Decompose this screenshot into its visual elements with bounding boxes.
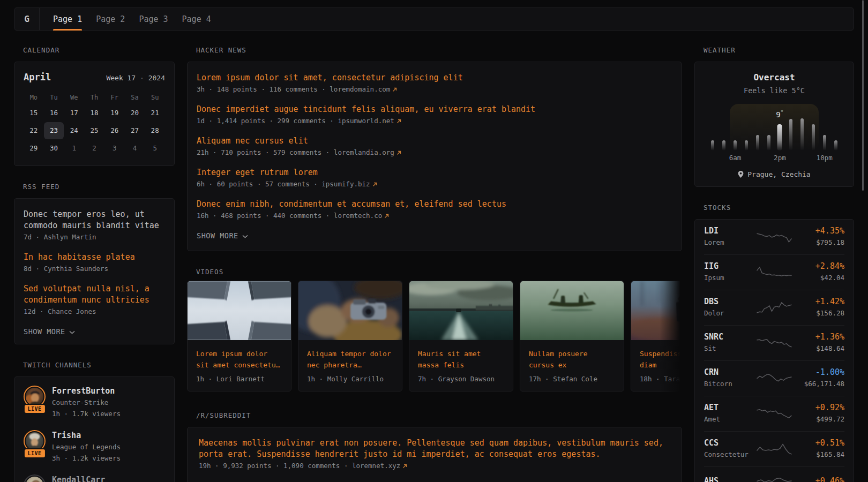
calendar-day[interactable]: 28 <box>145 122 165 139</box>
calendar-day[interactable]: 4 <box>125 139 145 157</box>
calendar-day[interactable]: 3 <box>104 139 125 157</box>
video-card-body: Nullam posuere cursus ex 17h · Stefan Co… <box>520 340 624 391</box>
twitch-channel-game: Counter-Strike <box>52 397 121 408</box>
external-link-icon[interactable] <box>396 148 401 156</box>
tab-label: 29 <box>24 140 44 157</box>
stock-row[interactable]: SNRC Sit +1.36% $148.64 <box>704 325 844 360</box>
calendar-day[interactable]: 19 <box>104 104 125 122</box>
stock-row[interactable]: LDI Lorem +4.35% $795.18 <box>704 220 844 254</box>
video-card-body: Mauris sit amet massa felis 7h · Grayson… <box>409 340 513 391</box>
app-logo[interactable]: G <box>14 8 40 30</box>
calendar-day[interactable]: 2 <box>84 139 104 157</box>
page-tab[interactable]: Page 3 <box>139 8 168 30</box>
twitch-channel-name[interactable]: KendallCarr <box>52 475 105 482</box>
stock-change: +2.84% <box>792 261 844 272</box>
twitch-channel-row[interactable]: LIVE ForrestBurton Counter-Strike 1h · 1… <box>24 386 165 419</box>
tab-label: 20 <box>125 104 145 122</box>
hacker-news-item-title[interactable]: Integer eget rutrum lorem <box>197 167 672 178</box>
video-title[interactable]: Nullam posuere cursus ex <box>529 348 615 371</box>
degree-symbol: ° <box>781 109 784 115</box>
twitch-channel-info: ForrestBurton Counter-Strike 1h · 1.7k v… <box>52 386 121 419</box>
twitch-channel-row[interactable]: LIVE Trisha League of Legends 3h · 1.2k … <box>24 430 165 464</box>
hacker-news-card: Lorem ipsum dolor sit amet, consectetur … <box>187 62 682 251</box>
calendar-day[interactable]: 25 <box>84 122 104 139</box>
calendar-day[interactable]: 17 <box>64 104 84 122</box>
external-link-icon[interactable] <box>384 212 389 220</box>
hacker-news-item: Donec imperdiet augue tincidunt felis al… <box>197 104 672 126</box>
calendar-week-label: Week 17 <box>106 74 136 82</box>
rss-show-more-button[interactable]: SHOW MORE <box>24 326 75 337</box>
twitch-channel-name[interactable]: Trisha <box>52 430 121 441</box>
calendar-day[interactable]: 26 <box>104 122 125 139</box>
external-link-icon[interactable] <box>396 117 401 125</box>
external-link-icon[interactable] <box>392 85 397 93</box>
tab-label: 1 <box>64 140 84 157</box>
video-thumbnail[interactable] <box>188 281 291 340</box>
dashboard-grid: CALENDAR April Week 17 · 2024 Mo Tu We <box>14 47 854 482</box>
page-tab[interactable]: Page 1 <box>53 8 82 30</box>
video-thumbnail[interactable] <box>298 281 402 340</box>
calendar-day[interactable]: 5 <box>145 139 165 157</box>
video-title[interactable]: Mauris sit amet massa felis <box>418 348 504 371</box>
rss-item-title[interactable]: In hac habitasse platea <box>24 252 165 263</box>
calendar-day[interactable]: 20 <box>125 104 145 122</box>
hacker-news-widget: HACKER NEWS Lorem ipsum dolor sit amet, … <box>187 47 682 251</box>
calendar-day[interactable]: 23 <box>44 122 64 139</box>
stock-price: $156.28 <box>792 307 844 319</box>
video-card-body: Suspendisse sagittis diam 18h · Tara Men… <box>631 340 682 391</box>
calendar-day[interactable]: 21 <box>145 104 165 122</box>
stock-row[interactable]: AHS +0.46% <box>704 466 844 482</box>
calendar-day[interactable]: 22 <box>24 122 44 139</box>
twitch-channel-name[interactable]: ForrestBurton <box>52 386 121 397</box>
rss-item-title[interactable]: Sed volutpat nulla nisl, a condimentum n… <box>24 283 165 306</box>
calendar-day[interactable]: 18 <box>84 104 104 122</box>
calendar-day[interactable]: 29 <box>24 139 44 157</box>
hacker-news-item-title[interactable]: Donec enim nibh, condimentum et accumsan… <box>197 199 672 210</box>
tab-label: 22 <box>24 122 44 139</box>
stock-change: +0.92% <box>792 402 844 413</box>
video-thumbnail[interactable] <box>631 281 682 340</box>
hacker-news-item-title[interactable]: Donec imperdiet augue tincidunt felis al… <box>197 104 672 115</box>
tab-label: 26 <box>104 122 125 139</box>
stock-row[interactable]: IIG Ipsum +2.84% $42.04 <box>704 254 844 290</box>
stock-row[interactable]: CCS Consectetur +0.51% $165.84 <box>704 431 844 466</box>
separator-dot: · <box>140 74 144 82</box>
tab-label: 16 <box>44 104 64 122</box>
calendar-day[interactable]: 15 <box>24 104 44 122</box>
calendar-day[interactable]: 24 <box>64 122 84 139</box>
external-link-icon[interactable] <box>402 462 407 470</box>
calendar-day[interactable]: 30 <box>44 139 64 157</box>
stock-identity: AHS <box>704 476 756 482</box>
stock-row[interactable]: DBS Dolor +1.42% $156.28 <box>704 290 844 325</box>
subreddit-post-title[interactable]: Maecenas mollis pulvinar erat non posuer… <box>199 438 670 460</box>
stock-price: $148.64 <box>792 343 844 354</box>
hacker-news-show-more-button[interactable]: SHOW MORE <box>197 230 248 242</box>
tab-label: 24 <box>64 122 84 139</box>
hacker-news-item-title[interactable]: Lorem ipsum dolor sit amet, consectetur … <box>197 72 672 84</box>
video-thumbnail[interactable] <box>409 281 513 340</box>
hacker-news-item-title[interactable]: Aliquam nec cursus elit <box>197 135 672 147</box>
video-title[interactable]: Aliquam tempor dolor nec pharetra… <box>307 348 393 371</box>
page-tab[interactable]: Page 4 <box>182 8 211 30</box>
weather-axis-labels: 6am2pm10pm <box>707 153 841 163</box>
page-scrollbar-thumb[interactable] <box>862 0 864 191</box>
calendar-day[interactable]: 1 <box>64 139 84 157</box>
twitch-channel-row[interactable]: KendallCarr <box>24 475 165 482</box>
top-navigation-bar: G Page 1 Page 2 Page 3 Page 4 <box>14 7 854 31</box>
stock-row[interactable]: AET Amet +0.92% $499.72 <box>704 396 844 431</box>
stock-identity: DBS Dolor <box>704 296 756 319</box>
rss-item-title[interactable]: Donec tempor eros leo, ut commodo mauris… <box>24 209 165 231</box>
stock-row[interactable]: CRN Bitcorn -1.00% $66,171.48 <box>704 360 844 396</box>
external-link-icon[interactable] <box>372 180 377 188</box>
page-tab[interactable]: Page 2 <box>96 8 125 30</box>
video-title[interactable]: Suspendisse sagittis diam <box>640 348 682 371</box>
tab-label: 23 <box>44 122 64 139</box>
video-thumbnail[interactable] <box>520 281 624 340</box>
stock-symbol: AHS <box>704 476 756 482</box>
stock-symbol: DBS <box>704 296 756 307</box>
videos-widget: VIDEOS <box>187 268 682 391</box>
video-title[interactable]: Lorem ipsum dolor sit amet consectetu… <box>196 348 282 371</box>
calendar-day[interactable]: 16 <box>44 104 64 122</box>
calendar-day[interactable]: 27 <box>125 122 145 139</box>
calendar-month[interactable]: April <box>24 72 51 82</box>
